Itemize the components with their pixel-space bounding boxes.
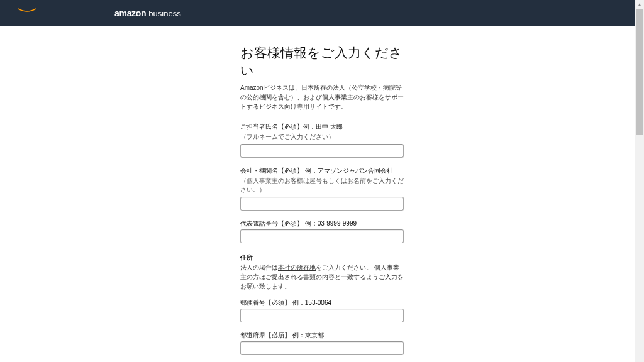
- scrollbar-track[interactable]: ▲: [635, 0, 644, 362]
- name-sublabel: （フルネームでご入力ください）: [240, 133, 404, 141]
- postal-label: 郵便番号【必須】 例：153-0064: [240, 299, 404, 307]
- company-sublabel: （個人事業主のお客様は屋号もしくはお名前をご入力ください。）: [240, 177, 404, 194]
- name-label: ご担当者氏名【必須】例：田中 太郎: [240, 123, 404, 131]
- amazon-business-logo[interactable]: amazon business: [114, 8, 181, 18]
- scrollbar-thumb[interactable]: [636, 9, 643, 135]
- prefecture-group: 都道府県【必須】 例：東京都: [240, 331, 404, 355]
- intro-text: Amazonビジネスは、日本所在の法人（公立学校・病院等の公的機関を含む）、およ…: [240, 83, 404, 111]
- company-input[interactable]: [240, 197, 404, 211]
- phone-label: 代表電話番号【必須】 例：03-9999-9999: [240, 219, 404, 228]
- form-container: お客様情報をご入力ください Amazonビジネスは、日本所在の法人（公立学校・病…: [240, 26, 404, 362]
- phone-input[interactable]: [240, 229, 404, 243]
- postal-group: 郵便番号【必須】 例：153-0064: [240, 299, 404, 322]
- prefecture-input[interactable]: [240, 341, 404, 355]
- name-input[interactable]: [240, 144, 404, 158]
- scrollbar-up-icon[interactable]: ▲: [635, 0, 644, 9]
- phone-group: 代表電話番号【必須】 例：03-9999-9999: [240, 219, 404, 243]
- logo-amazon-text: amazon: [114, 8, 146, 18]
- address-title: 住所: [240, 253, 404, 262]
- amazon-smile-icon: [18, 8, 36, 13]
- address-text: 法人の場合は本社の所在地をご入力ください。 個人事業主の方はご提出される書類の内…: [240, 263, 404, 291]
- name-group: ご担当者氏名【必須】例：田中 太郎 （フルネームでご入力ください）: [240, 123, 404, 158]
- company-group: 会社・機関名【必須】 例：アマゾンジャパン合同会社 （個人事業主のお客様は屋号も…: [240, 167, 404, 211]
- address-section: 住所 法人の場合は本社の所在地をご入力ください。 個人事業主の方はご提出される書…: [240, 253, 404, 291]
- header-bar: amazon business: [0, 0, 644, 26]
- prefecture-label: 都道府県【必須】 例：東京都: [240, 331, 404, 340]
- page-title: お客様情報をご入力ください: [240, 44, 404, 79]
- logo-business-text: business: [148, 9, 180, 18]
- company-label: 会社・機関名【必須】 例：アマゾンジャパン合同会社: [240, 167, 404, 175]
- postal-input[interactable]: [240, 309, 404, 322]
